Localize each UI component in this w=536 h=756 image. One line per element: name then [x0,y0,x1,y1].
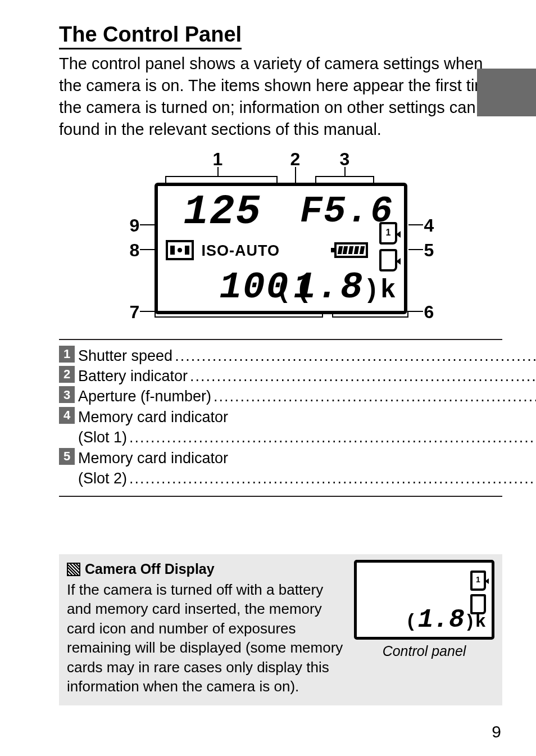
mini-lcd-panel: 1.8)k [354,560,494,640]
legend-label: Battery indicator [78,366,536,386]
legend-label: (Slot 1) [78,427,536,447]
intro-paragraph: The control panel shows a variety of cam… [59,53,502,141]
legend-badge: 5 [59,448,75,465]
legend-row: 4Memory card indicator [59,407,536,427]
legend-label: (Slot 2) [78,468,536,488]
legend-badge: 3 [59,386,75,403]
bracket-1 [165,176,278,183]
battery-icon [334,242,368,258]
legend-badge: 2 [59,366,75,383]
legend-table: 1Shutter speed 53, 562Battery indicator … [59,339,502,497]
page-number: 9 [492,722,501,741]
legend-column-left: 1Shutter speed 53, 562Battery indicator … [59,346,536,489]
tip-title: Camera Off Display [67,560,344,578]
lead-6a [408,311,423,312]
legend-label: Memory card indicator [78,448,536,468]
lead-1 [217,167,219,176]
lead-4 [408,224,423,225]
callout-8: 8 [130,240,140,261]
bracket-3 [315,176,374,183]
legend-label: Aperture (f-number) [78,386,536,406]
tip-body: If the camera is turned off with a batte… [67,580,344,696]
legend-row: 5Memory card indicator [59,448,536,468]
lead-9 [140,224,155,225]
lead-5 [408,249,423,250]
callout-5: 5 [424,240,434,261]
mini-exposures-remaining: 1.8)k [405,605,486,635]
side-tab [477,69,536,116]
card-slot-1-icon [379,222,397,245]
legend-row: 1Shutter speed 53, 56 [59,346,536,366]
lead-3 [344,167,346,176]
lead-2 [295,167,296,184]
legend-row: 2Battery indicator 26 [59,366,536,386]
legend-row: (Slot 1) 27, 82 [59,427,536,447]
callout-9: 9 [130,215,140,236]
mini-card-1-icon [470,571,486,591]
lead-8 [140,249,155,250]
control-panel-diagram: 1 2 3 4 5 6 7 8 9 125 F5.6 ISO-AUTO [95,149,467,329]
lcd-panel: 125 F5.6 ISO-AUTO 100 1.8)k [155,183,407,314]
lcd-iso-auto-label: ISO-AUTO [202,242,280,260]
lead-7a [140,311,155,312]
callout-6: 6 [424,302,434,323]
legend-row: 3Aperture (f-number) 54, 56 [59,386,536,406]
callout-4: 4 [424,215,434,236]
callout-7: 7 [130,302,140,323]
note-icon [67,563,80,576]
page-heading: The Control Panel [59,22,242,49]
legend-label: Shutter speed [78,346,536,366]
lcd-shutter-speed: 125 [184,188,262,236]
legend-label: Memory card indicator [78,407,536,427]
legend-badge: 4 [59,407,75,424]
metering-icon [166,240,194,260]
legend-row: (Slot 2) 27, 82 [59,468,536,488]
lcd-exposures-remaining: 1.8)k [276,266,397,309]
tip-box: Camera Off Display If the camera is turn… [59,554,502,705]
mini-caption: Control panel [354,643,494,659]
legend-badge: 1 [59,346,75,363]
